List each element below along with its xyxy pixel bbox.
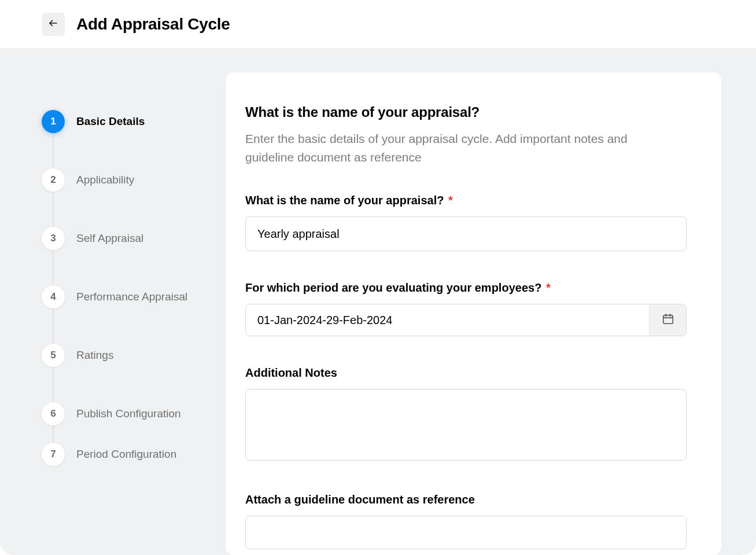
back-button[interactable]: [42, 13, 65, 36]
required-asterisk: *: [448, 194, 453, 207]
notes-field-label: Additional Notes: [245, 366, 687, 380]
period-input-wrap: [245, 304, 687, 336]
name-field-block: What is the name of your appraisal? *: [245, 194, 687, 251]
page-title: Add Appraisal Cycle: [76, 15, 230, 34]
form-subheading: Enter the basic details of your appraisa…: [245, 130, 668, 166]
name-field-label: What is the name of your appraisal? *: [245, 194, 687, 207]
step-label-3: Self Appraisal: [76, 232, 143, 245]
form-heading: What is the name of your appraisal?: [245, 104, 687, 120]
attach-field-block: Attach a guideline document as reference: [245, 493, 687, 549]
step-circle-6[interactable]: 6: [42, 402, 65, 425]
step-circle-1[interactable]: 1: [42, 110, 65, 133]
notes-textarea[interactable]: [245, 389, 687, 461]
step-item-1[interactable]: 1Basic Details: [42, 92, 226, 150]
step-label-4: Performance Appraisal: [76, 291, 187, 303]
period-field-label-text: For which period are you evaluating your…: [245, 281, 541, 294]
calendar-icon: [662, 313, 674, 328]
step-item-2[interactable]: 2Applicability: [42, 150, 226, 209]
notes-field-block: Additional Notes: [245, 366, 687, 463]
form-panel: What is the name of your appraisal? Ente…: [226, 72, 721, 555]
step-label-7: Period Configuration: [76, 448, 176, 461]
required-asterisk: *: [546, 281, 551, 294]
step-circle-3[interactable]: 3: [42, 227, 65, 250]
page-header: Add Appraisal Cycle: [0, 0, 756, 49]
name-field-label-text: What is the name of your appraisal?: [245, 194, 444, 207]
date-picker-button[interactable]: [649, 304, 686, 336]
step-circle-5[interactable]: 5: [42, 344, 65, 367]
attach-dropzone[interactable]: [245, 516, 687, 549]
attach-field-label: Attach a guideline document as reference: [245, 493, 687, 506]
step-label-1: Basic Details: [76, 115, 145, 128]
step-circle-4[interactable]: 4: [42, 285, 65, 308]
period-input[interactable]: [246, 304, 649, 336]
arrow-left-icon: [48, 18, 58, 31]
step-sidebar: 1Basic Details2Applicability3Self Apprai…: [0, 72, 226, 555]
step-label-6: Publish Configuration: [76, 407, 181, 420]
svg-rect-1: [663, 315, 673, 324]
step-label-2: Applicability: [76, 174, 134, 186]
appraisal-name-input[interactable]: [245, 216, 687, 251]
period-field-label: For which period are you evaluating your…: [245, 281, 687, 295]
step-item-4[interactable]: 4Performance Appraisal: [42, 267, 226, 326]
period-field-block: For which period are you evaluating your…: [245, 281, 687, 336]
step-item-3[interactable]: 3Self Appraisal: [42, 209, 226, 267]
step-item-7[interactable]: 7Period Configuration: [42, 443, 226, 466]
step-circle-2[interactable]: 2: [42, 168, 65, 192]
content-area: 1Basic Details2Applicability3Self Apprai…: [0, 49, 756, 555]
step-item-6[interactable]: 6Publish Configuration: [42, 384, 226, 443]
step-circle-7[interactable]: 7: [42, 443, 65, 466]
step-item-5[interactable]: 5Ratings: [42, 326, 226, 384]
step-label-5: Ratings: [76, 349, 113, 362]
